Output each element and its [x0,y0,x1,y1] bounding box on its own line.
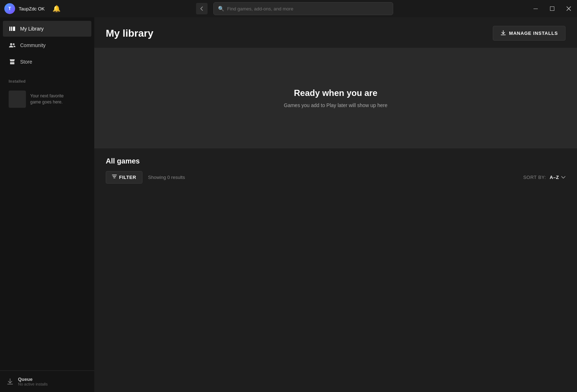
svg-point-8 [13,43,15,45]
sort-by-label: SORT BY: [523,175,546,180]
search-bar: 🔍 [213,2,393,15]
title-bar: T TaupZdc OK 🔔 🔍 [0,0,577,17]
search-input[interactable] [227,6,389,11]
banner-subtitle: Games you add to Play later will show up… [284,102,387,108]
banner-title: Ready when you are [294,88,377,98]
sidebar-item-label-community: Community [20,42,46,48]
avatar: T [4,3,15,14]
all-games-section-title: All games [106,157,565,165]
installed-game-placeholder: Your next favorite game goes here. [3,88,91,111]
filter-icon [112,175,117,180]
installed-section-label: Installed [0,73,94,86]
filter-button[interactable]: FILTER [106,171,142,184]
title-bar-left: T TaupZdc OK 🔔 [4,3,62,14]
store-icon [9,58,16,65]
svg-rect-5 [11,27,12,31]
games-toolbar: FILTER Showing 0 results SORT BY: A–Z [106,171,565,184]
queue-download-icon [6,377,14,386]
game-thumbnail-placeholder [9,91,26,108]
svg-point-7 [10,43,12,45]
window-controls [527,0,577,17]
svg-rect-0 [533,9,538,9]
download-icon [500,30,506,37]
sidebar: My Library Community [0,17,94,392]
queue-info: Queue No active installs [18,377,48,386]
filter-label: FILTER [119,175,136,180]
manage-installs-button[interactable]: MANAGE INSTALLS [493,26,565,41]
queue-status: No active installs [18,382,48,386]
sidebar-item-my-library[interactable]: My Library [3,21,91,37]
sort-button[interactable]: SORT BY: A–Z [523,175,565,180]
queue-title: Queue [18,377,48,382]
close-button[interactable] [560,0,577,17]
play-later-banner: Ready when you are Games you add to Play… [94,48,577,148]
sidebar-nav: My Library Community [0,17,94,73]
maximize-button[interactable] [544,0,560,17]
sort-value: A–Z [550,175,559,180]
content-area: My library MANAGE INSTALLS Ready when yo… [94,17,577,392]
svg-rect-9 [10,62,14,64]
svg-rect-4 [9,27,10,31]
games-toolbar-left: FILTER Showing 0 results [106,171,185,184]
community-icon [9,42,16,49]
username-label: TaupZdc OK [19,6,45,11]
sidebar-bottom: Queue No active installs [0,370,94,392]
sidebar-item-label-store: Store [20,59,32,65]
notification-button[interactable]: 🔔 [51,3,62,14]
game-placeholder-text: Your next favorite game goes here. [30,93,64,105]
manage-installs-label: MANAGE INSTALLS [509,31,558,36]
all-games-section: All games FILTER Showing 0 results SO [94,148,577,198]
sidebar-item-store[interactable]: Store [3,54,91,70]
chevron-down-icon [561,175,565,180]
sidebar-item-community[interactable]: Community [3,37,91,53]
svg-rect-6 [13,27,15,31]
main-layout: My Library Community [0,17,577,392]
title-bar-center: 🔍 [62,2,527,15]
results-count: Showing 0 results [148,175,185,180]
svg-rect-1 [550,7,554,11]
sidebar-item-label-my-library: My Library [20,26,44,32]
library-icon [9,25,16,32]
back-button[interactable] [196,3,208,14]
content-header: My library MANAGE INSTALLS [94,17,577,48]
search-icon: 🔍 [218,6,224,11]
minimize-button[interactable] [527,0,544,17]
page-title: My library [106,28,153,39]
queue-section: Queue No active installs [6,377,88,386]
